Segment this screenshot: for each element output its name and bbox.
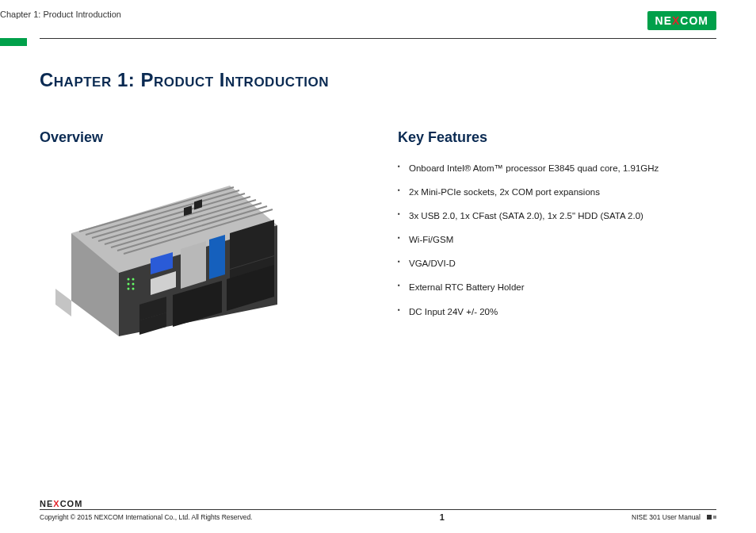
list-item: 3x USB 2.0, 1x CFast (SATA 2.0), 1x 2.5"… bbox=[398, 209, 716, 222]
logo-text-x: X bbox=[672, 14, 680, 27]
copyright-text: Copyright © 2015 NEXCOM International Co… bbox=[40, 513, 252, 521]
footer-logo: NEXCOM bbox=[40, 499, 716, 508]
list-item: Wi-Fi/GSM bbox=[398, 233, 716, 246]
logo-text-post: COM bbox=[680, 14, 708, 27]
svg-point-24 bbox=[128, 278, 130, 281]
doc-title: NISE 301 User Manual bbox=[632, 513, 701, 521]
svg-marker-17 bbox=[209, 235, 225, 279]
page-number: 1 bbox=[440, 512, 445, 522]
overview-column: Overview bbox=[40, 129, 358, 344]
section-tab bbox=[0, 38, 27, 46]
content-columns: Overview bbox=[40, 129, 716, 344]
product-image bbox=[40, 170, 293, 344]
footer-row: Copyright © 2015 NEXCOM International Co… bbox=[40, 512, 716, 522]
header-left: Chapter 1: Product Introduction bbox=[40, 11, 121, 21]
page-content: Chapter 1: Product Introduction Overview bbox=[0, 39, 756, 344]
list-item: 2x Mini-PCIe sockets, 2x COM port expans… bbox=[398, 186, 716, 198]
overview-heading: Overview bbox=[40, 129, 358, 146]
page-footer: NEXCOM Copyright © 2015 NEXCOM Internati… bbox=[40, 499, 716, 522]
list-item: External RTC Battery Holder bbox=[398, 281, 716, 293]
svg-marker-14 bbox=[181, 241, 206, 289]
list-item: Onboard Intel® Atom™ processor E3845 qua… bbox=[398, 162, 716, 174]
chapter-title: Chapter 1: Product Introduction bbox=[40, 69, 716, 91]
logo-text-pre: NE bbox=[655, 14, 672, 27]
brand-logo: NEXCOM bbox=[647, 11, 716, 30]
feature-list: Onboard Intel® Atom™ processor E3845 qua… bbox=[398, 162, 716, 318]
page-header: Chapter 1: Product Introduction NEXCOM bbox=[0, 0, 756, 36]
svg-marker-11 bbox=[55, 289, 71, 316]
svg-point-26 bbox=[128, 288, 130, 290]
list-item: DC Input 24V +/- 20% bbox=[398, 305, 716, 318]
product-illustration bbox=[40, 170, 293, 344]
footer-logo-post: COM bbox=[60, 499, 83, 508]
svg-point-27 bbox=[132, 278, 135, 281]
list-item: VGA/DVI-D bbox=[398, 257, 716, 270]
footer-logo-x: X bbox=[53, 499, 59, 508]
features-heading: Key Features bbox=[398, 129, 716, 146]
footer-logo-pre: NE bbox=[40, 499, 53, 508]
features-column: Key Features Onboard Intel® Atom™ proces… bbox=[398, 129, 716, 344]
svg-point-29 bbox=[132, 288, 135, 290]
footer-divider bbox=[40, 509, 716, 510]
svg-point-28 bbox=[132, 283, 135, 286]
breadcrumb: Chapter 1: Product Introduction bbox=[0, 10, 121, 19]
svg-point-25 bbox=[128, 283, 130, 286]
footer-decoration-icon bbox=[707, 515, 716, 520]
